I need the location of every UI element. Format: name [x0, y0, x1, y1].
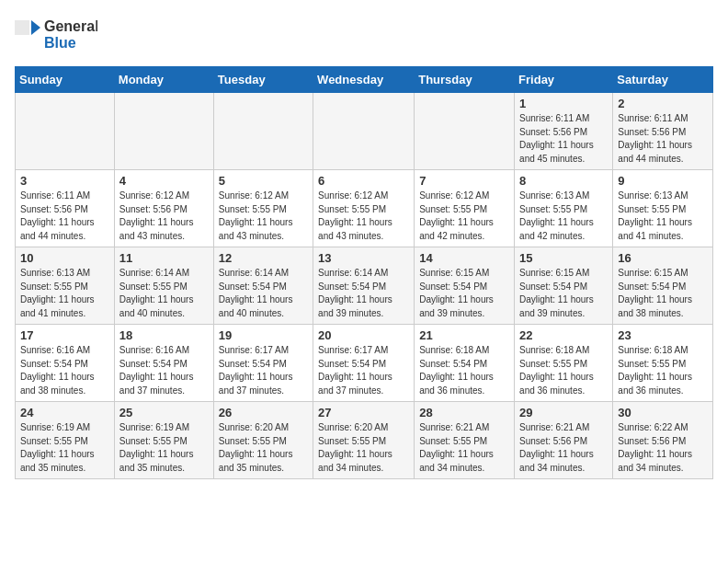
calendar-week-row: 17Sunrise: 6:16 AM Sunset: 5:54 PM Dayli… — [16, 325, 713, 402]
calendar-cell: 4Sunrise: 6:12 AM Sunset: 5:56 PM Daylig… — [114, 170, 213, 247]
col-header-friday: Friday — [515, 67, 613, 93]
day-info: Sunrise: 6:14 AM Sunset: 5:55 PM Dayligh… — [119, 267, 209, 320]
calendar-cell: 24Sunrise: 6:19 AM Sunset: 5:55 PM Dayli… — [16, 402, 115, 479]
day-number: 14 — [419, 251, 509, 265]
calendar-cell: 7Sunrise: 6:12 AM Sunset: 5:55 PM Daylig… — [415, 170, 515, 247]
calendar-week-row: 1Sunrise: 6:11 AM Sunset: 5:56 PM Daylig… — [16, 93, 713, 170]
day-info: Sunrise: 6:11 AM Sunset: 5:56 PM Dayligh… — [519, 112, 608, 166]
day-info: Sunrise: 6:17 AM Sunset: 5:54 PM Dayligh… — [318, 344, 409, 397]
day-info: Sunrise: 6:15 AM Sunset: 5:54 PM Dayligh… — [419, 267, 509, 320]
logo-svg: GeneralBlue — [15, 15, 97, 55]
day-number: 18 — [119, 328, 209, 342]
day-number: 1 — [519, 97, 608, 110]
calendar-cell: 3Sunrise: 6:11 AM Sunset: 5:56 PM Daylig… — [16, 170, 115, 247]
calendar-cell: 15Sunrise: 6:15 AM Sunset: 5:54 PM Dayli… — [515, 247, 613, 325]
day-info: Sunrise: 6:13 AM Sunset: 5:55 PM Dayligh… — [519, 190, 608, 243]
day-number: 4 — [119, 174, 209, 188]
day-info: Sunrise: 6:21 AM Sunset: 5:56 PM Dayligh… — [519, 421, 608, 475]
day-number: 26 — [219, 406, 308, 419]
calendar-cell: 19Sunrise: 6:17 AM Sunset: 5:54 PM Dayli… — [213, 325, 313, 402]
calendar-cell: 30Sunrise: 6:22 AM Sunset: 5:56 PM Dayli… — [613, 402, 713, 479]
day-number: 8 — [519, 174, 608, 188]
calendar-cell: 26Sunrise: 6:20 AM Sunset: 5:55 PM Dayli… — [213, 402, 313, 479]
svg-text:General: General — [44, 18, 97, 34]
day-number: 2 — [618, 97, 708, 110]
calendar-table: SundayMondayTuesdayWednesdayThursdayFrid… — [15, 66, 713, 479]
calendar-cell: 21Sunrise: 6:18 AM Sunset: 5:54 PM Dayli… — [415, 325, 515, 402]
day-info: Sunrise: 6:19 AM Sunset: 5:55 PM Dayligh… — [119, 421, 209, 475]
day-info: Sunrise: 6:11 AM Sunset: 5:56 PM Dayligh… — [618, 112, 708, 166]
calendar-cell: 8Sunrise: 6:13 AM Sunset: 5:55 PM Daylig… — [515, 170, 613, 247]
calendar-cell: 11Sunrise: 6:14 AM Sunset: 5:55 PM Dayli… — [114, 247, 213, 325]
calendar-cell: 17Sunrise: 6:16 AM Sunset: 5:54 PM Dayli… — [16, 325, 115, 402]
calendar-cell: 27Sunrise: 6:20 AM Sunset: 5:55 PM Dayli… — [313, 402, 415, 479]
calendar-week-row: 10Sunrise: 6:13 AM Sunset: 5:55 PM Dayli… — [16, 247, 713, 325]
day-info: Sunrise: 6:15 AM Sunset: 5:54 PM Dayligh… — [519, 267, 608, 320]
calendar-cell — [16, 93, 115, 170]
svg-rect-0 — [15, 20, 29, 35]
day-number: 7 — [419, 174, 509, 188]
day-number: 22 — [519, 328, 608, 342]
day-number: 20 — [318, 328, 409, 342]
day-info: Sunrise: 6:15 AM Sunset: 5:54 PM Dayligh… — [618, 267, 708, 320]
col-header-tuesday: Tuesday — [213, 67, 313, 93]
day-info: Sunrise: 6:20 AM Sunset: 5:55 PM Dayligh… — [219, 421, 308, 475]
day-info: Sunrise: 6:20 AM Sunset: 5:55 PM Dayligh… — [318, 421, 409, 475]
svg-text:Blue: Blue — [44, 35, 76, 51]
day-number: 17 — [20, 328, 109, 342]
day-number: 29 — [519, 406, 608, 419]
day-number: 25 — [119, 406, 209, 419]
calendar-cell: 25Sunrise: 6:19 AM Sunset: 5:55 PM Dayli… — [114, 402, 213, 479]
calendar-cell: 28Sunrise: 6:21 AM Sunset: 5:55 PM Dayli… — [415, 402, 515, 479]
calendar-cell: 9Sunrise: 6:13 AM Sunset: 5:55 PM Daylig… — [613, 170, 713, 247]
day-info: Sunrise: 6:14 AM Sunset: 5:54 PM Dayligh… — [219, 267, 308, 320]
calendar-cell: 13Sunrise: 6:14 AM Sunset: 5:54 PM Dayli… — [313, 247, 415, 325]
svg-marker-1 — [31, 20, 40, 35]
day-number: 5 — [219, 174, 308, 188]
col-header-monday: Monday — [114, 67, 213, 93]
day-number: 30 — [618, 406, 708, 419]
col-header-wednesday: Wednesday — [313, 67, 415, 93]
day-info: Sunrise: 6:17 AM Sunset: 5:54 PM Dayligh… — [219, 344, 308, 397]
day-number: 21 — [419, 328, 509, 342]
day-info: Sunrise: 6:13 AM Sunset: 5:55 PM Dayligh… — [20, 267, 109, 320]
calendar-cell: 1Sunrise: 6:11 AM Sunset: 5:56 PM Daylig… — [515, 93, 613, 170]
day-number: 11 — [119, 251, 209, 265]
calendar-cell: 2Sunrise: 6:11 AM Sunset: 5:56 PM Daylig… — [613, 93, 713, 170]
calendar-cell: 20Sunrise: 6:17 AM Sunset: 5:54 PM Dayli… — [313, 325, 415, 402]
day-info: Sunrise: 6:14 AM Sunset: 5:54 PM Dayligh… — [318, 267, 409, 320]
calendar-cell — [313, 93, 415, 170]
col-header-saturday: Saturday — [613, 67, 713, 93]
day-info: Sunrise: 6:16 AM Sunset: 5:54 PM Dayligh… — [20, 344, 109, 397]
calendar-cell: 18Sunrise: 6:16 AM Sunset: 5:54 PM Dayli… — [114, 325, 213, 402]
logo: GeneralBlue — [15, 15, 97, 55]
day-number: 28 — [419, 406, 509, 419]
day-number: 3 — [20, 174, 109, 188]
day-number: 13 — [318, 251, 409, 265]
calendar-cell — [213, 93, 313, 170]
calendar-cell — [114, 93, 213, 170]
day-info: Sunrise: 6:12 AM Sunset: 5:56 PM Dayligh… — [119, 190, 209, 243]
day-info: Sunrise: 6:12 AM Sunset: 5:55 PM Dayligh… — [219, 190, 308, 243]
day-info: Sunrise: 6:22 AM Sunset: 5:56 PM Dayligh… — [618, 421, 708, 475]
day-info: Sunrise: 6:12 AM Sunset: 5:55 PM Dayligh… — [318, 190, 409, 243]
day-info: Sunrise: 6:19 AM Sunset: 5:55 PM Dayligh… — [20, 421, 109, 475]
calendar-cell — [415, 93, 515, 170]
day-number: 27 — [318, 406, 409, 419]
page-header: GeneralBlue — [15, 15, 713, 55]
day-number: 10 — [20, 251, 109, 265]
day-info: Sunrise: 6:21 AM Sunset: 5:55 PM Dayligh… — [419, 421, 509, 475]
col-header-thursday: Thursday — [415, 67, 515, 93]
day-number: 15 — [519, 251, 608, 265]
day-number: 12 — [219, 251, 308, 265]
day-number: 24 — [20, 406, 109, 419]
day-number: 6 — [318, 174, 409, 188]
day-info: Sunrise: 6:18 AM Sunset: 5:55 PM Dayligh… — [519, 344, 608, 397]
day-info: Sunrise: 6:12 AM Sunset: 5:55 PM Dayligh… — [419, 190, 509, 243]
day-info: Sunrise: 6:18 AM Sunset: 5:54 PM Dayligh… — [419, 344, 509, 397]
day-info: Sunrise: 6:18 AM Sunset: 5:55 PM Dayligh… — [618, 344, 708, 397]
calendar-cell: 22Sunrise: 6:18 AM Sunset: 5:55 PM Dayli… — [515, 325, 613, 402]
calendar-cell: 6Sunrise: 6:12 AM Sunset: 5:55 PM Daylig… — [313, 170, 415, 247]
calendar-cell: 23Sunrise: 6:18 AM Sunset: 5:55 PM Dayli… — [613, 325, 713, 402]
calendar-cell: 10Sunrise: 6:13 AM Sunset: 5:55 PM Dayli… — [16, 247, 115, 325]
